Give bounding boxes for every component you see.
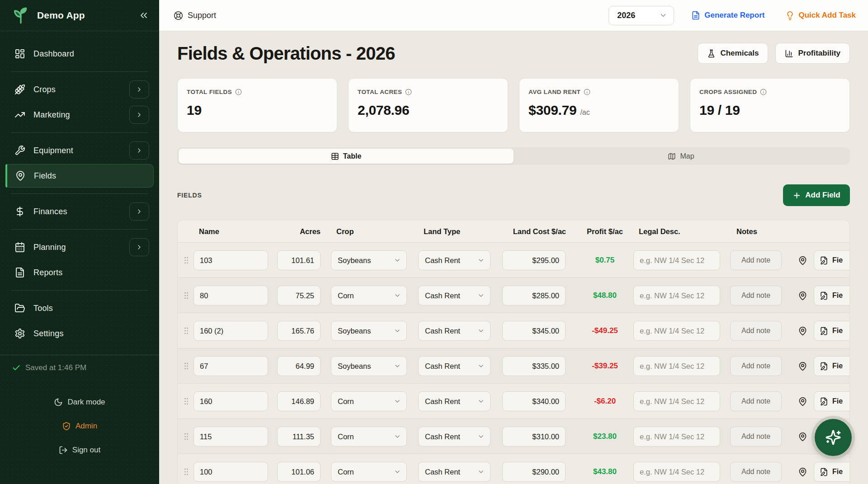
sidebar-item-settings[interactable]: Settings — [5, 322, 154, 345]
sidebar-item-tools[interactable]: Tools — [5, 296, 154, 320]
field-name-input[interactable] — [193, 250, 268, 270]
field-file-button[interactable]: Fie — [814, 250, 850, 270]
legal-desc-input[interactable] — [633, 286, 720, 305]
crop-select[interactable]: Corn — [331, 462, 407, 482]
expand-chevron-button[interactable] — [129, 106, 149, 124]
info-icon[interactable] — [760, 89, 767, 95]
sidebar-item-planning[interactable]: Planning — [5, 235, 154, 259]
drag-handle[interactable] — [181, 362, 191, 371]
sign-out-button[interactable]: Sign out — [12, 446, 147, 455]
add-field-button[interactable]: Add Field — [783, 184, 850, 206]
dark-mode-toggle[interactable]: Dark mode — [12, 398, 147, 407]
map-pin-icon[interactable] — [795, 255, 810, 265]
drag-handle[interactable] — [181, 467, 191, 476]
add-note-button[interactable]: Add note — [730, 427, 782, 446]
year-select[interactable]: 2026 — [609, 6, 674, 25]
land-type-select[interactable]: Cash Rent — [418, 391, 491, 411]
drag-handle[interactable] — [181, 397, 191, 406]
legal-desc-input[interactable] — [633, 321, 720, 341]
map-pin-icon[interactable] — [795, 467, 810, 477]
legal-desc-input[interactable] — [633, 462, 720, 482]
generate-report-button[interactable]: Generate Report — [691, 11, 764, 20]
add-note-button[interactable]: Add note — [730, 321, 782, 341]
sidebar-item-crops[interactable]: Crops — [5, 78, 154, 101]
expand-chevron-button[interactable] — [129, 202, 149, 221]
info-icon[interactable] — [405, 89, 412, 95]
add-note-button[interactable]: Add note — [730, 250, 782, 270]
crop-select[interactable]: Soybeans — [331, 250, 407, 270]
legal-desc-input[interactable] — [633, 356, 720, 376]
field-file-button[interactable]: Fie — [814, 462, 850, 482]
support-link[interactable]: Support — [174, 11, 216, 20]
land-cost-input[interactable] — [502, 462, 566, 482]
land-type-select[interactable]: Cash Rent — [418, 356, 491, 376]
land-type-select[interactable]: Cash Rent — [418, 462, 491, 482]
land-cost-input[interactable] — [502, 250, 566, 270]
profitability-button[interactable]: Profitability — [775, 43, 850, 64]
field-file-button[interactable]: Fie — [814, 286, 850, 305]
expand-chevron-button[interactable] — [129, 141, 149, 160]
add-note-button[interactable]: Add note — [730, 391, 782, 411]
land-cost-input[interactable] — [502, 427, 566, 446]
acres-input[interactable] — [277, 356, 321, 376]
chemicals-button[interactable]: Chemicals — [698, 43, 768, 64]
land-cost-input[interactable] — [502, 356, 566, 376]
add-note-button[interactable]: Add note — [730, 356, 782, 376]
sidebar-item-equipment[interactable]: Equipment — [5, 139, 154, 162]
legal-desc-input[interactable] — [633, 391, 720, 411]
drag-handle[interactable] — [181, 326, 191, 335]
map-pin-icon[interactable] — [795, 396, 810, 406]
land-cost-input[interactable] — [502, 286, 566, 305]
field-name-input[interactable] — [193, 321, 268, 341]
acres-input[interactable] — [277, 462, 321, 482]
sidebar-item-fields[interactable]: Fields — [5, 164, 154, 188]
ai-assistant-fab[interactable] — [815, 419, 852, 456]
tab-table-view[interactable]: Table — [179, 149, 514, 164]
sidebar-item-reports[interactable]: Reports — [5, 261, 154, 284]
land-type-select[interactable]: Cash Rent — [418, 286, 491, 305]
legal-desc-input[interactable] — [633, 250, 720, 270]
crop-select[interactable]: Soybeans — [331, 356, 407, 376]
collapse-sidebar-icon[interactable] — [138, 10, 149, 21]
info-icon[interactable] — [584, 89, 590, 95]
quick-add-task-button[interactable]: Quick Add Task — [785, 11, 856, 20]
sidebar-item-dashboard[interactable]: Dashboard — [5, 42, 154, 66]
acres-input[interactable] — [277, 321, 321, 341]
field-name-input[interactable] — [193, 427, 268, 446]
drag-handle[interactable] — [181, 256, 191, 265]
expand-chevron-button[interactable] — [129, 238, 149, 256]
map-pin-icon[interactable] — [795, 326, 810, 336]
crop-select[interactable]: Corn — [331, 427, 407, 446]
sidebar-item-marketing[interactable]: Marketing — [5, 103, 154, 127]
add-note-button[interactable]: Add note — [730, 462, 782, 482]
field-file-button[interactable]: Fie — [814, 356, 850, 376]
crop-select[interactable]: Corn — [331, 286, 407, 305]
info-icon[interactable] — [235, 89, 242, 95]
land-cost-input[interactable] — [502, 321, 566, 341]
acres-input[interactable] — [277, 250, 321, 270]
drag-handle[interactable] — [181, 291, 191, 300]
tab-map-view[interactable]: Map — [514, 149, 849, 164]
acres-input[interactable] — [277, 286, 321, 305]
field-name-input[interactable] — [193, 286, 268, 305]
field-name-input[interactable] — [193, 391, 268, 411]
legal-desc-input[interactable] — [633, 427, 720, 446]
expand-chevron-button[interactable] — [129, 80, 149, 99]
crop-select[interactable]: Soybeans — [331, 321, 407, 341]
land-type-select[interactable]: Cash Rent — [418, 321, 491, 341]
map-pin-icon[interactable] — [795, 291, 810, 301]
map-pin-icon[interactable] — [795, 361, 810, 371]
land-type-select[interactable]: Cash Rent — [418, 427, 491, 446]
sidebar-item-finances[interactable]: Finances — [5, 200, 154, 223]
add-note-button[interactable]: Add note — [730, 286, 782, 305]
field-file-button[interactable]: Fie — [814, 321, 850, 341]
field-name-input[interactable] — [193, 462, 268, 482]
land-type-select[interactable]: Cash Rent — [418, 250, 491, 270]
acres-input[interactable] — [277, 427, 321, 446]
map-pin-icon[interactable] — [795, 432, 810, 442]
land-cost-input[interactable] — [502, 391, 566, 411]
field-name-input[interactable] — [193, 356, 268, 376]
crop-select[interactable]: Corn — [331, 391, 407, 411]
drag-handle[interactable] — [181, 432, 191, 441]
field-file-button[interactable]: Fie — [814, 391, 850, 411]
